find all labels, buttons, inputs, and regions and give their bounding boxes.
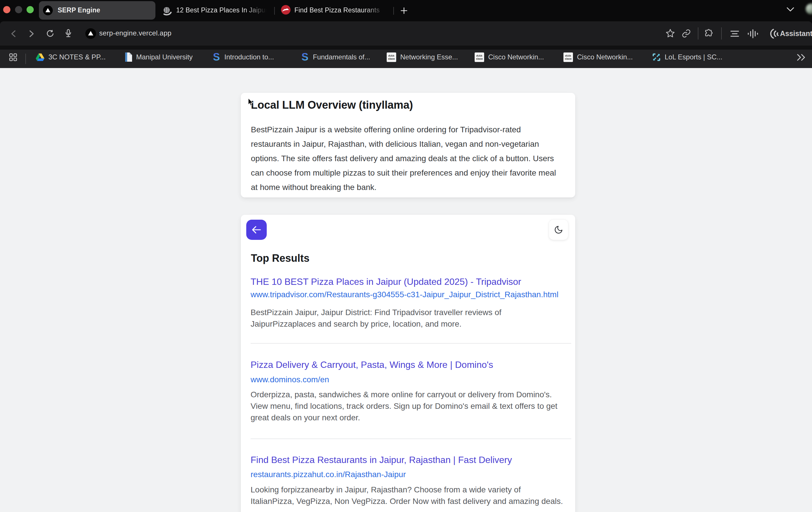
svg-text:S: S [213,52,220,63]
svg-text:cisco: cisco [388,57,395,60]
svg-text:S: S [301,52,308,63]
svg-text:cisco: cisco [476,57,483,60]
svg-text:cisco: cisco [565,57,572,60]
